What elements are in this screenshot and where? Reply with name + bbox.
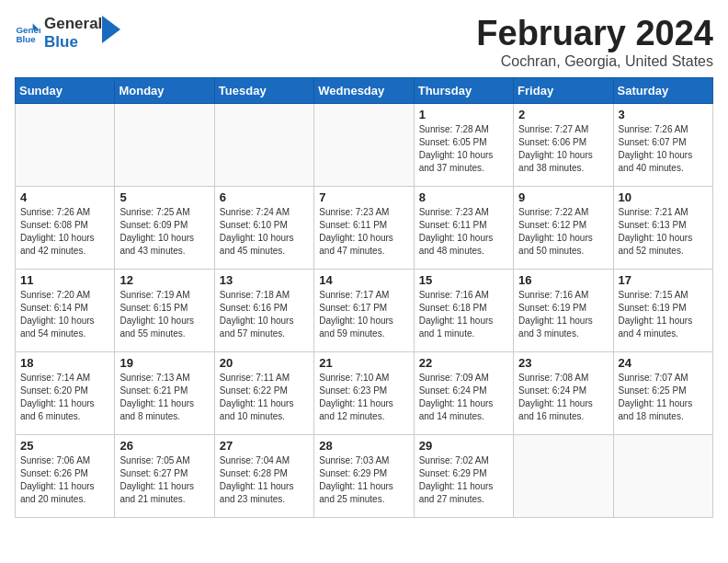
day-number: 5	[119, 190, 209, 204]
weekday-header-monday: Monday	[115, 77, 214, 103]
calendar-cell	[314, 103, 414, 186]
calendar-cell: 13Sunrise: 7:18 AMSunset: 6:16 PMDayligh…	[214, 269, 313, 351]
calendar-cell: 14Sunrise: 7:17 AMSunset: 6:17 PMDayligh…	[314, 269, 414, 351]
calendar-table: SundayMondayTuesdayWednesdayThursdayFrid…	[15, 77, 713, 518]
day-number: 9	[518, 190, 608, 204]
location-subtitle: Cochran, Georgia, United States	[476, 53, 713, 70]
calendar-cell: 6Sunrise: 7:24 AMSunset: 6:10 PMDaylight…	[214, 186, 313, 269]
calendar-cell	[214, 103, 313, 186]
page-header: General Blue General Blue February 2024 …	[15, 15, 713, 70]
day-number: 17	[619, 273, 708, 287]
calendar-cell: 3Sunrise: 7:26 AMSunset: 6:07 PMDaylight…	[613, 103, 712, 186]
day-info: Sunrise: 7:20 AMSunset: 6:14 PMDaylight:…	[20, 289, 109, 340]
day-info: Sunrise: 7:28 AMSunset: 6:05 PMDaylight:…	[419, 123, 508, 175]
weekday-header-friday: Friday	[514, 77, 613, 103]
calendar-cell: 8Sunrise: 7:23 AMSunset: 6:11 PMDaylight…	[414, 186, 513, 269]
calendar-cell: 24Sunrise: 7:07 AMSunset: 6:25 PMDayligh…	[613, 351, 712, 434]
svg-marker-3	[102, 16, 120, 43]
day-info: Sunrise: 7:23 AMSunset: 6:11 PMDaylight:…	[419, 206, 508, 258]
day-info: Sunrise: 7:26 AMSunset: 6:08 PMDaylight:…	[20, 206, 109, 258]
day-info: Sunrise: 7:11 AMSunset: 6:22 PMDaylight:…	[220, 372, 309, 423]
calendar-cell: 2Sunrise: 7:27 AMSunset: 6:06 PMDaylight…	[514, 103, 613, 186]
calendar-cell: 1Sunrise: 7:28 AMSunset: 6:05 PMDaylight…	[414, 103, 513, 186]
calendar-week-row: 1Sunrise: 7:28 AMSunset: 6:05 PMDaylight…	[16, 103, 713, 186]
day-info: Sunrise: 7:04 AMSunset: 6:28 PMDaylight:…	[220, 454, 309, 506]
month-year-title: February 2024	[476, 15, 713, 53]
calendar-cell: 7Sunrise: 7:23 AMSunset: 6:11 PMDaylight…	[314, 186, 414, 269]
calendar-week-row: 18Sunrise: 7:14 AMSunset: 6:20 PMDayligh…	[16, 351, 713, 434]
logo: General Blue General Blue	[15, 15, 120, 52]
calendar-cell: 18Sunrise: 7:14 AMSunset: 6:20 PMDayligh…	[16, 351, 115, 434]
calendar-cell	[115, 103, 214, 186]
calendar-cell: 20Sunrise: 7:11 AMSunset: 6:22 PMDayligh…	[214, 351, 313, 434]
weekday-header-wednesday: Wednesday	[314, 77, 414, 103]
weekday-header-sunday: Sunday	[16, 77, 115, 103]
calendar-cell: 22Sunrise: 7:09 AMSunset: 6:24 PMDayligh…	[414, 351, 513, 434]
calendar-cell	[16, 103, 115, 186]
calendar-week-row: 11Sunrise: 7:20 AMSunset: 6:14 PMDayligh…	[16, 269, 713, 351]
logo-icon: General Blue	[15, 20, 40, 46]
day-number: 6	[220, 190, 309, 204]
day-info: Sunrise: 7:15 AMSunset: 6:19 PMDaylight:…	[619, 289, 708, 340]
day-info: Sunrise: 7:02 AMSunset: 6:29 PMDaylight:…	[419, 454, 508, 506]
title-section: February 2024 Cochran, Georgia, United S…	[476, 15, 713, 70]
day-info: Sunrise: 7:25 AMSunset: 6:09 PMDaylight:…	[119, 206, 209, 258]
day-number: 22	[419, 356, 508, 370]
calendar-cell: 5Sunrise: 7:25 AMSunset: 6:09 PMDaylight…	[115, 186, 214, 269]
calendar-cell: 15Sunrise: 7:16 AMSunset: 6:18 PMDayligh…	[414, 269, 513, 351]
logo-general: General	[44, 15, 102, 33]
calendar-cell: 19Sunrise: 7:13 AMSunset: 6:21 PMDayligh…	[115, 351, 214, 434]
day-number: 24	[619, 356, 708, 370]
day-number: 14	[319, 273, 408, 287]
day-info: Sunrise: 7:14 AMSunset: 6:20 PMDaylight:…	[20, 372, 109, 423]
calendar-cell: 11Sunrise: 7:20 AMSunset: 6:14 PMDayligh…	[16, 269, 115, 351]
day-number: 8	[419, 190, 508, 204]
day-number: 20	[220, 356, 309, 370]
calendar-cell: 29Sunrise: 7:02 AMSunset: 6:29 PMDayligh…	[414, 434, 513, 517]
logo-arrow-icon	[102, 16, 120, 43]
day-number: 27	[220, 439, 309, 453]
calendar-week-row: 4Sunrise: 7:26 AMSunset: 6:08 PMDaylight…	[16, 186, 713, 269]
calendar-cell	[613, 434, 712, 517]
day-number: 29	[419, 439, 508, 453]
day-number: 10	[619, 190, 708, 204]
day-number: 3	[619, 108, 708, 121]
day-number: 25	[20, 439, 109, 453]
day-info: Sunrise: 7:10 AMSunset: 6:23 PMDaylight:…	[319, 372, 408, 423]
day-info: Sunrise: 7:18 AMSunset: 6:16 PMDaylight:…	[220, 289, 309, 340]
day-number: 19	[119, 356, 209, 370]
calendar-cell: 10Sunrise: 7:21 AMSunset: 6:13 PMDayligh…	[613, 186, 712, 269]
calendar-cell: 16Sunrise: 7:16 AMSunset: 6:19 PMDayligh…	[514, 269, 613, 351]
calendar-cell: 12Sunrise: 7:19 AMSunset: 6:15 PMDayligh…	[115, 269, 214, 351]
calendar-cell: 28Sunrise: 7:03 AMSunset: 6:29 PMDayligh…	[314, 434, 414, 517]
calendar-cell: 17Sunrise: 7:15 AMSunset: 6:19 PMDayligh…	[613, 269, 712, 351]
day-number: 16	[518, 273, 608, 287]
calendar-cell: 9Sunrise: 7:22 AMSunset: 6:12 PMDaylight…	[514, 186, 613, 269]
calendar-cell: 21Sunrise: 7:10 AMSunset: 6:23 PMDayligh…	[314, 351, 414, 434]
calendar-cell: 4Sunrise: 7:26 AMSunset: 6:08 PMDaylight…	[16, 186, 115, 269]
day-info: Sunrise: 7:07 AMSunset: 6:25 PMDaylight:…	[619, 372, 708, 423]
day-number: 21	[319, 356, 408, 370]
day-info: Sunrise: 7:23 AMSunset: 6:11 PMDaylight:…	[319, 206, 408, 258]
day-info: Sunrise: 7:08 AMSunset: 6:24 PMDaylight:…	[518, 372, 608, 423]
calendar-cell: 27Sunrise: 7:04 AMSunset: 6:28 PMDayligh…	[214, 434, 313, 517]
day-number: 28	[319, 439, 408, 453]
day-number: 15	[419, 273, 508, 287]
day-info: Sunrise: 7:03 AMSunset: 6:29 PMDaylight:…	[319, 454, 408, 506]
calendar-cell: 23Sunrise: 7:08 AMSunset: 6:24 PMDayligh…	[514, 351, 613, 434]
day-number: 4	[20, 190, 109, 204]
day-info: Sunrise: 7:16 AMSunset: 6:18 PMDaylight:…	[419, 289, 508, 340]
day-number: 2	[518, 108, 608, 121]
day-info: Sunrise: 7:16 AMSunset: 6:19 PMDaylight:…	[518, 289, 608, 340]
svg-text:Blue: Blue	[16, 34, 36, 44]
day-info: Sunrise: 7:24 AMSunset: 6:10 PMDaylight:…	[220, 206, 309, 258]
day-info: Sunrise: 7:13 AMSunset: 6:21 PMDaylight:…	[119, 372, 209, 423]
weekday-header-thursday: Thursday	[414, 77, 513, 103]
calendar-week-row: 25Sunrise: 7:06 AMSunset: 6:26 PMDayligh…	[16, 434, 713, 517]
day-number: 18	[20, 356, 109, 370]
calendar-cell: 25Sunrise: 7:06 AMSunset: 6:26 PMDayligh…	[16, 434, 115, 517]
day-number: 13	[220, 273, 309, 287]
day-info: Sunrise: 7:17 AMSunset: 6:17 PMDaylight:…	[319, 289, 408, 340]
day-info: Sunrise: 7:21 AMSunset: 6:13 PMDaylight:…	[619, 206, 708, 258]
calendar-cell	[514, 434, 613, 517]
